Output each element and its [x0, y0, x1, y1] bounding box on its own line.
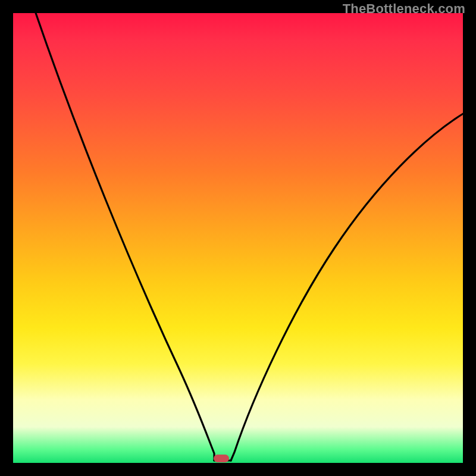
bottleneck-curve — [13, 13, 463, 463]
chart-frame: TheBottleneck.com — [0, 0, 476, 476]
curve-right-branch — [231, 113, 464, 461]
curve-left-branch — [35, 10, 214, 461]
min-marker — [214, 455, 229, 462]
plot-area — [13, 13, 463, 463]
